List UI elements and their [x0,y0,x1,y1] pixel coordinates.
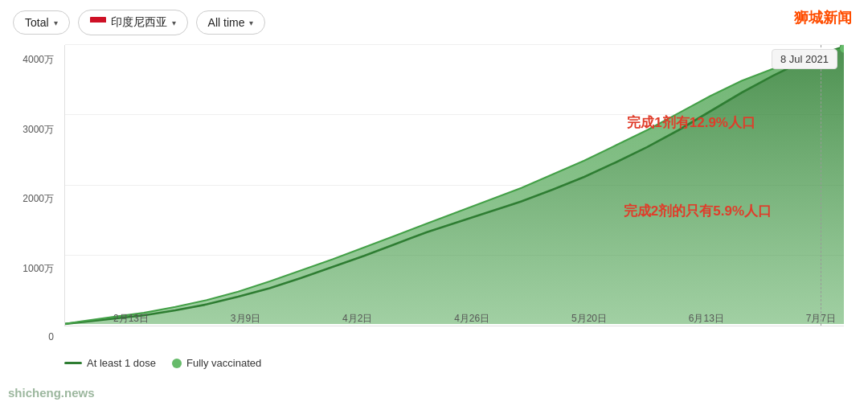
y-label-3000: 3000万 [16,123,60,137]
x-axis-labels: 2月13日 3月9日 4月2日 4月26日 5月20日 6月13日 7月7日 [113,308,836,326]
legend-dose1-line [64,362,82,364]
legend-dose2-label: Fully vaccinated [186,357,261,369]
y-label-4000: 4000万 [16,53,60,67]
toolbar: Total ▾ 印度尼西亚 ▾ All time ▾ 狮城新闻 [0,0,868,45]
legend: At least 1 dose Fully vaccinated [0,351,868,369]
x-label-apr2: 4月2日 [342,312,372,326]
legend-dose1-item: At least 1 dose [64,357,156,369]
time-arrow: ▾ [249,18,253,27]
y-label-0: 0 [16,331,60,342]
country-dropdown[interactable]: 印度尼西亚 ▾ [78,10,188,35]
annotation-dose1: 完成1剂有12.9%人口 [627,113,755,132]
x-label-feb13: 2月13日 [113,312,149,326]
indonesia-flag [90,17,106,28]
total-dropdown[interactable]: Total ▾ [13,10,70,35]
total-arrow: ▾ [54,18,58,27]
country-label: 印度尼西亚 [111,15,167,30]
total-label: Total [25,16,49,29]
legend-dose1-label: At least 1 dose [87,357,156,369]
tooltip-date: 8 Jul 2021 [772,49,837,69]
x-label-mar9: 3月9日 [231,312,260,326]
watermark: shicheng.news [8,386,95,400]
x-label-may20: 5月20日 [571,312,607,326]
dashed-vertical-line [821,45,821,326]
x-label-jun13: 6月13日 [689,312,724,326]
time-dropdown[interactable]: All time ▾ [196,10,266,35]
annotation-dose2: 完成2剂的只有5.9%人口 [624,202,772,220]
chart-area: 0 1000万 2000万 3000万 4000万 [16,45,852,351]
y-axis: 0 1000万 2000万 3000万 4000万 [16,45,60,351]
chart-svg [65,45,844,326]
y-label-1000: 1000万 [16,262,60,276]
y-label-2000: 2000万 [16,192,60,206]
country-arrow: ▾ [172,18,176,27]
site-title: 狮城新闻 [794,8,852,27]
chart-plot: 2月13日 3月9日 4月2日 4月26日 5月20日 6月13日 7月7日 [64,45,844,326]
time-label: All time [208,16,245,29]
legend-dose2-dot [172,359,182,368]
x-label-apr26: 4月26日 [454,312,489,326]
legend-dose2-item: Fully vaccinated [172,357,261,369]
